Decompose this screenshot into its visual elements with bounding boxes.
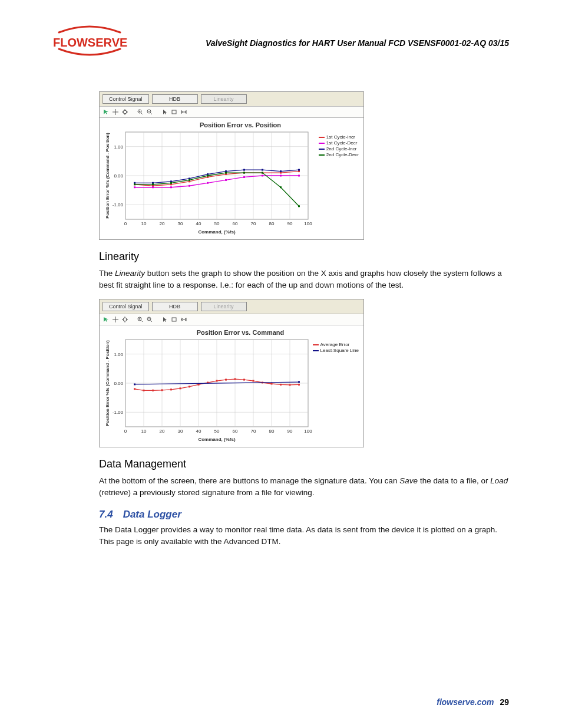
linearity-para: The Linearity button sets the graph to s… [99, 268, 509, 291]
svg-text:0: 0 [124, 429, 127, 434]
chart2-title: Position Error vs. Command [121, 329, 360, 336]
svg-rect-69 [243, 172, 245, 174]
svg-rect-78 [172, 318, 176, 321]
svg-rect-128 [298, 381, 300, 383]
svg-rect-119 [234, 378, 236, 380]
svg-text:60: 60 [233, 429, 238, 434]
brand-name: FLOWSERVE [53, 36, 127, 50]
footer-site: flowserve.com [437, 697, 494, 707]
svg-text:60: 60 [233, 221, 238, 226]
svg-rect-60 [262, 169, 263, 171]
zoom-in-icon[interactable] [137, 317, 143, 322]
svg-rect-113 [180, 388, 181, 390]
svg-rect-121 [253, 380, 254, 382]
svg-text:30: 30 [178, 221, 183, 226]
svg-rect-120 [243, 379, 245, 381]
svg-rect-117 [216, 380, 218, 382]
svg-text:-1.00: -1.00 [113, 410, 124, 415]
tab-control-signal-2[interactable]: Control Signal [103, 302, 149, 311]
svg-text:0.00: 0.00 [114, 381, 123, 386]
tab-linearity-2[interactable]: Linearity [201, 302, 247, 311]
svg-text:1.00: 1.00 [114, 144, 123, 150]
svg-rect-3 [172, 110, 176, 114]
chart-panel-command: Control Signal HDB Linearity Position Er… [99, 299, 364, 447]
svg-rect-111 [161, 389, 163, 391]
svg-rect-123 [271, 383, 273, 385]
svg-rect-45 [170, 186, 172, 188]
svg-rect-52 [298, 175, 300, 177]
svg-text:-1.00: -1.00 [113, 202, 124, 207]
svg-rect-110 [152, 390, 154, 391]
pointer-icon[interactable] [103, 317, 109, 322]
svg-rect-50 [262, 175, 263, 177]
svg-text:80: 80 [269, 429, 275, 434]
tab-hdb-2[interactable]: HDB [152, 302, 198, 311]
data-logger-heading: 7.4 Data Logger [99, 509, 509, 521]
svg-text:Command, (%fs): Command, (%fs) [198, 437, 235, 442]
svg-text:50: 50 [214, 429, 220, 434]
svg-rect-47 [207, 182, 209, 184]
svg-rect-49 [243, 176, 245, 178]
svg-text:90: 90 [287, 429, 293, 434]
svg-rect-61 [280, 170, 282, 172]
brand-logo: FLOWSERVE [53, 27, 124, 59]
svg-text:Position Error %fs (Command - : Position Error %fs (Command - Position) [105, 340, 110, 426]
svg-text:0.00: 0.00 [114, 173, 123, 179]
doc-title: ValveSight Diagnostics for HART User Man… [159, 38, 509, 48]
svg-text:70: 70 [251, 221, 256, 226]
svg-text:1.00: 1.00 [114, 352, 123, 357]
svg-text:90: 90 [287, 221, 293, 226]
zoom-in-icon[interactable] [137, 109, 143, 115]
svg-text:Position Error %fs (Command - : Position Error %fs (Command - Position) [105, 133, 110, 219]
svg-rect-115 [198, 384, 200, 386]
svg-rect-126 [298, 384, 300, 386]
svg-rect-59 [243, 169, 245, 171]
svg-text:20: 20 [160, 221, 165, 226]
svg-rect-109 [143, 390, 145, 391]
svg-rect-112 [170, 388, 172, 390]
svg-rect-71 [280, 186, 282, 188]
chart2-legend: Average Error Least-Square Line [313, 342, 359, 354]
select-rect-icon[interactable] [171, 109, 177, 115]
pointer-icon[interactable] [103, 109, 109, 115]
cursor-icon[interactable] [162, 109, 168, 115]
data-logger-para: The Data Logger provides a way to monito… [99, 524, 509, 547]
svg-text:40: 40 [196, 221, 201, 226]
svg-rect-66 [189, 179, 190, 181]
fit-width-icon[interactable] [181, 317, 187, 322]
svg-rect-114 [189, 386, 190, 388]
svg-rect-67 [207, 175, 209, 177]
crosshair-icon[interactable] [113, 109, 118, 115]
tab-hdb[interactable]: HDB [152, 94, 198, 104]
svg-text:10: 10 [141, 221, 147, 226]
chart-toolbar [100, 106, 363, 118]
zoom-out-icon[interactable] [147, 109, 153, 115]
svg-text:30: 30 [178, 429, 183, 434]
crosshair-icon[interactable] [113, 317, 118, 322]
svg-rect-46 [189, 185, 190, 187]
zoom-out-icon[interactable] [147, 317, 153, 322]
svg-rect-64 [152, 183, 154, 185]
chart-panel-position: Control Signal HDB Linearity Position Er… [99, 91, 364, 240]
svg-rect-48 [225, 179, 227, 181]
chart-title: Position Error vs. Position [121, 121, 360, 129]
select-rect-icon[interactable] [171, 317, 177, 322]
svg-rect-43 [134, 186, 135, 188]
page-footer: flowserve.com 29 [437, 697, 509, 707]
svg-rect-62 [298, 169, 300, 171]
cursor-icon[interactable] [162, 317, 168, 322]
svg-text:50: 50 [214, 221, 220, 226]
linearity-heading: Linearity [99, 251, 509, 263]
fit-width-icon[interactable] [181, 109, 187, 115]
svg-text:40: 40 [196, 429, 201, 434]
tab-linearity[interactable]: Linearity [201, 94, 247, 104]
tab-control-signal[interactable]: Control Signal [103, 94, 149, 104]
svg-text:20: 20 [160, 429, 165, 434]
svg-text:100: 100 [304, 429, 312, 434]
target-icon[interactable] [122, 317, 128, 322]
target-icon[interactable] [122, 109, 128, 115]
svg-rect-124 [280, 384, 282, 386]
svg-text:70: 70 [251, 429, 256, 434]
svg-rect-51 [280, 175, 282, 177]
svg-rect-118 [225, 379, 227, 381]
